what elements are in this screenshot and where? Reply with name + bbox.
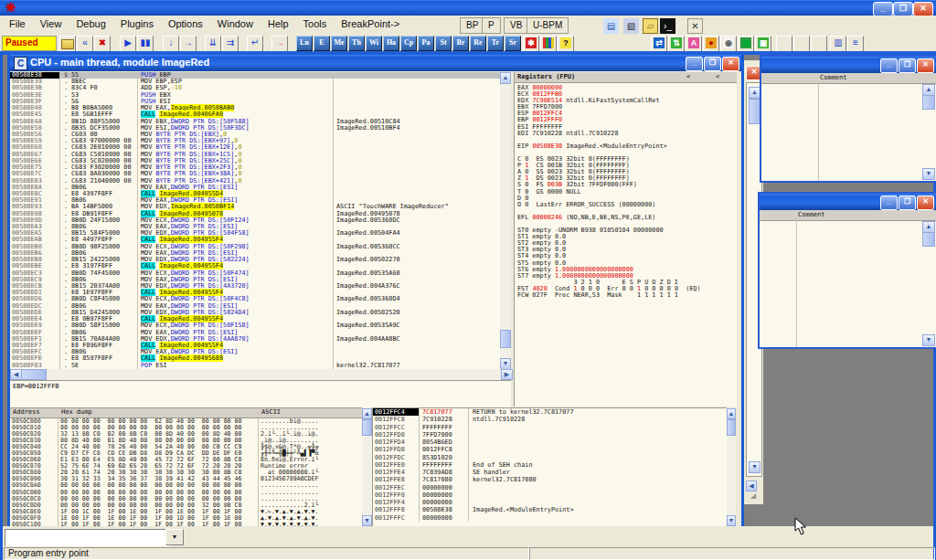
- rewind-icon[interactable]: «: [77, 36, 93, 52]
- notes-icon[interactable]: ▤: [603, 18, 619, 34]
- stack-row[interactable]: 0012FFE47C839AD8SE handler: [373, 469, 728, 476]
- register-line[interactable]: FCW 027F Prec NEAR,53 Mask 1 1 1 1 1 1: [517, 292, 737, 299]
- plugin-button-u-bpm[interactable]: U-BPM: [526, 17, 569, 34]
- menu-item-view[interactable]: View: [33, 16, 69, 35]
- menu-item-breakpoint[interactable]: BreakPoint->: [334, 16, 407, 35]
- stack-row[interactable]: 0012FFF000000000: [373, 491, 728, 499]
- letter-button-me[interactable]: Me: [331, 36, 347, 51]
- stack-scrollbar[interactable]: ▲ ▼: [727, 407, 736, 525]
- console-icon[interactable]: ›_: [660, 18, 675, 34]
- stack-row[interactable]: 0012FFFC00000000: [373, 514, 728, 522]
- menu-item-help[interactable]: Help: [261, 16, 296, 35]
- letter-button-cp[interactable]: Cp: [400, 36, 417, 51]
- dump-col-ascii[interactable]: ASCII: [259, 408, 281, 417]
- dump-col-address[interactable]: Address: [10, 408, 58, 417]
- animate-over-icon[interactable]: ⇉: [222, 36, 239, 52]
- registers-collapse-left[interactable]: <: [686, 72, 690, 81]
- highlight-icon[interactable]: A: [686, 36, 702, 52]
- step-into-icon[interactable]: ↓: [163, 36, 179, 52]
- dump-scroll-thumb[interactable]: [362, 419, 372, 436]
- step-over-icon[interactable]: →: [180, 36, 197, 52]
- command-input[interactable]: [5, 529, 171, 547]
- letter-button-tr[interactable]: Tr: [487, 36, 504, 51]
- registers-pane[interactable]: Registers (FPU) < < EAX 00000000ECX 0012…: [514, 72, 737, 407]
- disabled-1[interactable]: [776, 36, 792, 52]
- stack-row[interactable]: 0012FFE87C817080kernel32.7C817080: [373, 476, 728, 483]
- goto-address-icon[interactable]: →: [271, 36, 288, 52]
- disasm-row[interactable]: 00508EFE.E8 8597F8FFCALL ImageRed.004956…: [10, 355, 500, 362]
- comment-window-2-close[interactable]: ✕: [917, 195, 934, 210]
- close-button[interactable]: ✕: [913, 2, 933, 16]
- menu-item-file[interactable]: File: [2, 16, 33, 35]
- plugin-toolbar-close-button[interactable]: ✕: [687, 18, 703, 34]
- comment-window-2-minimize[interactable]: _: [880, 195, 898, 210]
- register-line[interactable]: T 0 GS 0000 NULL: [517, 189, 737, 195]
- letter-button-st[interactable]: St: [435, 36, 452, 51]
- letter-button-re[interactable]: Re: [470, 36, 486, 51]
- comment-window-2-titlebar[interactable]: _ ❐ ✕: [760, 194, 936, 210]
- letter-button-th[interactable]: Th: [348, 36, 365, 51]
- info-icon[interactable]: ▧: [623, 18, 639, 34]
- plugin-button-p[interactable]: P: [482, 17, 501, 34]
- stack-pane[interactable]: 0012FFC47C817077RETURN to kernel32.7C817…: [372, 407, 728, 526]
- updown-icon[interactable]: ⇅: [668, 36, 685, 52]
- title-bar[interactable]: ✳ _ ❐ ✕: [0, 0, 936, 16]
- stack-row[interactable]: 0012FFC47C817077RETURN to kernel32.7C817…: [373, 408, 728, 416]
- letter-button-sr[interactable]: Sr: [505, 36, 521, 51]
- disasm-row[interactable]: 00508E3E.53PUSH EBX: [10, 92, 500, 99]
- register-line[interactable]: EDI 7C910228 ntdll.7C910228: [517, 131, 737, 137]
- comment-window-1-maximize[interactable]: ❐: [899, 58, 916, 73]
- stack-row[interactable]: 0012FFEC00000000: [373, 484, 728, 491]
- script-icon[interactable]: ≡: [847, 36, 864, 52]
- comment-window-1-titlebar[interactable]: _ ❐ ✕: [761, 57, 936, 73]
- help-icon[interactable]: ?: [558, 36, 574, 52]
- letter-button-wi[interactable]: Wi: [366, 36, 382, 51]
- stack-row[interactable]: 0012FFF800508E38ImageRed.<ModuleEntryPoi…: [373, 506, 728, 513]
- dump-scroll-up[interactable]: ▲: [362, 408, 372, 419]
- letter-button-pa[interactable]: Pa: [418, 36, 434, 51]
- menu-item-debug[interactable]: Debug: [69, 16, 112, 35]
- disasm-h-scroll-thumb[interactable]: [21, 369, 47, 380]
- terminate-icon[interactable]: ✖: [94, 36, 111, 52]
- open-file-icon[interactable]: [59, 36, 76, 52]
- stack-row[interactable]: 0012FFD80012FFC8: [373, 446, 728, 453]
- dump-scroll-down[interactable]: ▼: [362, 515, 372, 526]
- disasm-scroll-up[interactable]: ▲: [500, 72, 511, 84]
- stack-row[interactable]: 0012FFC87C910228ntdll.7C910228: [373, 416, 728, 423]
- comment-window-2-scroll-down[interactable]: ▼: [922, 334, 935, 346]
- comment-window-1-close[interactable]: ✕: [917, 58, 934, 73]
- stack-row[interactable]: 0012FFE0FFFFFFFFEnd of SEH chain: [373, 461, 728, 469]
- stack-row[interactable]: 0012FFF400000000: [373, 499, 728, 506]
- appearance-icon[interactable]: [540, 36, 557, 52]
- letter-button-ha[interactable]: Ha: [383, 36, 399, 51]
- dump-scrollbar[interactable]: ▲ ▼: [362, 407, 372, 525]
- disasm-scroll-right[interactable]: ▶: [501, 369, 513, 380]
- register-line[interactable]: EIP 00508E38 ImageRed.<ModuleEntryPoint>: [517, 143, 737, 150]
- cpu-close-button[interactable]: ✕: [722, 57, 739, 71]
- info-pane[interactable]: EBP=0012FFF0: [10, 380, 511, 407]
- pause-icon[interactable]: ▮▮: [137, 36, 154, 52]
- comment-window-1-scroll-thumb[interactable]: [922, 95, 935, 110]
- disasm-h-scrollbar[interactable]: ◀ ▶: [10, 369, 511, 380]
- plugin-button-vb[interactable]: VB: [504, 17, 528, 34]
- disabled-2[interactable]: [793, 36, 810, 52]
- menu-item-tools[interactable]: Tools: [296, 16, 335, 35]
- until-return-icon[interactable]: ↵: [247, 36, 263, 52]
- hotkeys-icon[interactable]: ▦: [738, 36, 754, 52]
- swap-icon[interactable]: ⇄: [651, 36, 667, 52]
- cpu-minimize-button[interactable]: _: [686, 57, 703, 71]
- run-icon[interactable]: ▶: [120, 36, 136, 52]
- disasm-row[interactable]: 00508E3B.83C4 F0ADD ESP,-10: [10, 85, 500, 91]
- animate-into-icon[interactable]: ⇊: [205, 36, 221, 52]
- minimize-button[interactable]: _: [873, 2, 893, 16]
- comment-window-1-scroll-down[interactable]: ▼: [922, 168, 935, 180]
- back-window-scroll-down[interactable]: ▼: [749, 461, 760, 473]
- panels-icon[interactable]: ▥: [830, 36, 846, 52]
- disasm-row[interactable]: 00508F03.5EPOP ESIkernel32.7C817077: [10, 363, 500, 369]
- letter-button-ln[interactable]: Ln: [296, 36, 313, 51]
- disasm-scroll-thumb[interactable]: [500, 330, 511, 348]
- comment-window-1-minimize[interactable]: _: [880, 58, 898, 73]
- stack-row[interactable]: 0012FFD48054B6ED: [373, 438, 728, 446]
- comment-window-2-maximize[interactable]: ❐: [899, 195, 916, 210]
- disasm-scrollbar[interactable]: ▲ ▼: [500, 72, 511, 369]
